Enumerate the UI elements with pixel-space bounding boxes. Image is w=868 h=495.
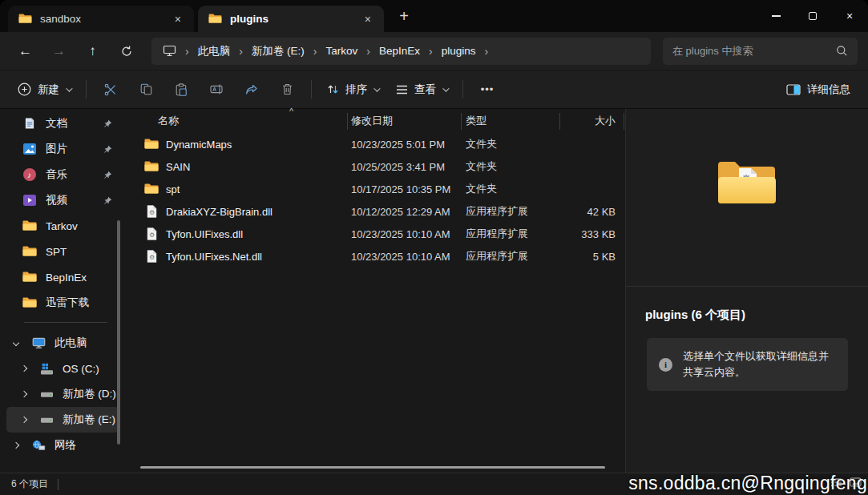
sidebar-item-label: SPT (46, 246, 67, 258)
folder-icon (22, 246, 37, 257)
share-button[interactable] (235, 76, 268, 103)
sort-button[interactable]: 排序 (319, 77, 386, 103)
search-input[interactable]: 在 plugins 中搜索 (663, 38, 858, 65)
details-label: 详细信息 (807, 82, 850, 97)
file-date: 10/23/2025 5:01 PM (347, 139, 461, 151)
minimize-button[interactable] (757, 0, 794, 32)
column-divider[interactable] (624, 113, 624, 130)
close-tab-icon[interactable]: × (361, 13, 374, 26)
sidebar-item-documents[interactable]: 文档 (6, 111, 119, 136)
sidebar-item-this-pc[interactable]: 此电脑 (6, 330, 119, 356)
close-button[interactable]: × (831, 0, 868, 32)
details-pane-icon (786, 84, 801, 95)
file-name: DrakiaXYZ-BigBrain.dll (166, 206, 273, 218)
tab-sandbox[interactable]: sandbox × (8, 6, 194, 32)
file-name: Tyfon.UIFixes.dll (166, 228, 243, 240)
navigation-pane: 文档 图片 ♪ 音乐 视频 (0, 109, 128, 473)
file-row[interactable]: DynamicMaps 10/23/2025 5:01 PM 文件夹 (128, 133, 625, 155)
cut-icon (104, 83, 117, 96)
sidebar-item-spt[interactable]: SPT (6, 239, 119, 264)
new-plus-icon (18, 82, 31, 96)
sidebar-item-music[interactable]: ♪ 音乐 (6, 162, 119, 187)
chevron-down-icon (66, 85, 72, 91)
share-icon (245, 84, 258, 95)
column-header-size[interactable]: 大小 (559, 114, 624, 128)
chevron-right-icon (21, 417, 27, 423)
breadcrumb-item-this-pc[interactable]: 此电脑 (195, 42, 234, 61)
info-card: i 选择单个文件以获取详细信息并共享云内容。 (647, 338, 848, 391)
sidebar-item-label: Tarkov (46, 220, 78, 232)
column-divider[interactable] (461, 113, 462, 130)
command-bar: 新建 排序 查看 (0, 70, 868, 109)
column-divider[interactable] (559, 113, 560, 130)
refresh-icon (120, 45, 133, 58)
view-button[interactable]: 查看 (388, 77, 455, 103)
search-icon[interactable] (836, 45, 848, 57)
toolbar-divider (86, 80, 87, 99)
sidebar-item-os-c[interactable]: OS (C:) (6, 356, 119, 381)
column-header-name[interactable]: 名称 (128, 114, 347, 128)
file-date: 10/23/2025 10:10 AM (347, 251, 461, 263)
file-row[interactable]: ⚙Tyfon.UIFixes.dll 10/23/2025 10:10 AM 应… (128, 223, 625, 245)
this-pc-icon (31, 337, 46, 349)
folder-icon (208, 14, 222, 24)
column-divider[interactable] (347, 113, 348, 130)
dll-file-icon: ⚙ (144, 250, 159, 263)
sidebar-item-xunlei-downloads[interactable]: 迅雷下载 (6, 290, 119, 316)
back-button[interactable]: ← (10, 38, 40, 65)
sidebar-item-label: 此电脑 (55, 336, 87, 350)
file-row[interactable]: ⚙DrakiaXYZ-BigBrain.dll 10/12/2025 12:29… (128, 200, 625, 223)
breadcrumb[interactable]: › 此电脑 › 新加卷 (E:) › Tarkov › BepInEx › pl… (151, 38, 651, 65)
rename-button[interactable] (200, 76, 233, 103)
svg-text:♪: ♪ (27, 171, 31, 179)
file-row[interactable]: ⚙Tyfon.UIFixes.Net.dll 10/23/2025 10:10 … (128, 245, 625, 268)
breadcrumb-item-bepinex[interactable]: BepInEx (376, 42, 423, 59)
folder-preview-icon: ⚙ (716, 159, 778, 211)
file-size: 5 KB (559, 251, 624, 263)
copy-button[interactable] (129, 76, 163, 103)
see-more-button[interactable]: ••• (470, 76, 504, 103)
address-bar: ← → ↑ › 此电脑 › 新加卷 (E:) › Tarkov › BepInE… (0, 32, 868, 70)
breadcrumb-chevron-icon: › (308, 45, 323, 58)
new-tab-button[interactable]: + (389, 4, 419, 28)
breadcrumb-chevron-icon: › (423, 45, 438, 58)
sidebar-item-label: 视频 (46, 193, 67, 207)
sidebar-item-network[interactable]: 网络 (6, 433, 119, 458)
file-row[interactable]: SAIN 10/25/2025 3:41 PM 文件夹 (128, 155, 625, 178)
close-tab-icon[interactable]: × (172, 13, 184, 26)
file-name: SAIN (166, 161, 190, 173)
new-button[interactable]: 新建 (10, 77, 79, 103)
file-row[interactable]: spt 10/17/2025 10:35 PM 文件夹 (128, 178, 625, 200)
sidebar-item-videos[interactable]: 视频 (6, 187, 119, 213)
paste-button[interactable] (164, 76, 198, 103)
column-header-date-modified[interactable]: 修改日期 (347, 114, 461, 128)
this-pc-icon (163, 45, 176, 57)
sidebar-item-volume-e[interactable]: 新加卷 (E:) (6, 407, 119, 433)
breadcrumb-item-plugins[interactable]: plugins (438, 42, 479, 59)
breadcrumb-item-drive-e[interactable]: 新加卷 (E:) (248, 42, 308, 61)
tab-plugins[interactable]: plugins × (198, 6, 384, 32)
refresh-button[interactable] (111, 38, 141, 65)
view-label: 查看 (414, 82, 436, 97)
folder-icon (18, 14, 32, 24)
file-name: Tyfon.UIFixes.Net.dll (166, 251, 262, 263)
maximize-button[interactable] (794, 0, 831, 32)
svg-text:⚙: ⚙ (149, 231, 155, 239)
up-button[interactable]: ↑ (78, 38, 107, 65)
tab-label: sandbox (40, 13, 81, 25)
forward-button[interactable]: → (44, 38, 74, 65)
pin-icon (103, 196, 112, 205)
dll-file-icon: ⚙ (144, 227, 159, 240)
column-header-type[interactable]: 类型 (461, 114, 559, 128)
delete-button[interactable] (270, 76, 304, 103)
cut-button[interactable] (94, 76, 127, 103)
sidebar-item-bepinex[interactable]: BepInEx (6, 264, 119, 290)
sidebar-item-tarkov[interactable]: Tarkov (6, 213, 119, 239)
sidebar-item-pictures[interactable]: 图片 (6, 136, 119, 162)
sidebar-item-volume-d[interactable]: 新加卷 (D:) (6, 381, 119, 407)
horizontal-scrollbar[interactable] (140, 466, 605, 469)
details-pane-button[interactable]: 详细信息 (778, 77, 858, 103)
info-text: 选择单个文件以获取详细信息并共享云内容。 (683, 348, 836, 380)
sidebar-scrollbar[interactable] (117, 220, 120, 445)
breadcrumb-item-tarkov[interactable]: Tarkov (323, 42, 361, 59)
